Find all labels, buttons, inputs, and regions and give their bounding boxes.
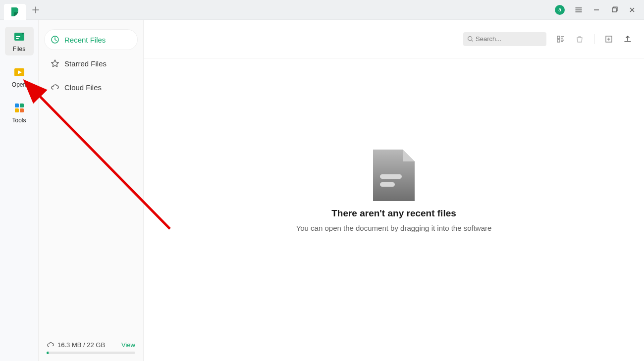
cloud-icon (51, 83, 59, 92)
rail-item-open[interactable]: Open (5, 62, 34, 91)
avatar-letter: a (558, 7, 561, 12)
sidebar-footer: 16.3 MB / 22 GB View (39, 341, 143, 354)
empty-subtitle: You can open the document by dragging it… (296, 224, 492, 232)
primary-rail: Files Open Tools (0, 20, 39, 361)
rail-label: Tools (12, 117, 26, 124)
filter-label: Starred Files (64, 59, 107, 68)
filter-label: Cloud Files (64, 83, 102, 92)
filter-list: Recent Files Starred Files Cloud Files (39, 30, 143, 97)
svg-rect-14 (380, 174, 402, 179)
minimize-button[interactable] (592, 6, 600, 14)
svg-rect-3 (16, 38, 19, 39)
app-logo-icon (9, 6, 21, 18)
tools-icon (12, 101, 26, 115)
empty-document-icon (371, 148, 417, 203)
titlebar-right: a (555, 5, 640, 15)
svg-rect-7 (15, 108, 19, 112)
titlebar-left (4, 0, 40, 20)
title-bar: a (0, 0, 644, 20)
svg-rect-8 (20, 108, 24, 112)
main-area: Files Open Tools (0, 20, 644, 361)
files-icon (12, 30, 26, 44)
storage-text: 16.3 MB / 22 GB (57, 341, 105, 349)
empty-title: There aren't any recent files (331, 208, 456, 219)
rail-item-files[interactable]: Files (5, 27, 34, 55)
close-button[interactable] (628, 6, 636, 14)
storage-bar (47, 352, 135, 354)
user-avatar[interactable]: a (555, 5, 565, 15)
svg-rect-6 (20, 103, 24, 107)
star-icon (51, 59, 59, 68)
rail-label: Open (12, 81, 26, 88)
rail-item-tools[interactable]: Tools (5, 98, 34, 127)
svg-rect-2 (16, 36, 20, 37)
hamburger-menu-icon[interactable] (575, 6, 583, 14)
content-pane: There aren't any recent files You can op… (144, 20, 644, 361)
cloud-icon (47, 341, 54, 349)
rail-label: Files (13, 46, 25, 52)
filter-starred-files[interactable]: Starred Files (45, 53, 137, 73)
new-tab-button[interactable] (32, 6, 40, 14)
maximize-button[interactable] (610, 6, 618, 14)
filter-cloud-files[interactable]: Cloud Files (45, 77, 137, 97)
filter-label: Recent Files (64, 36, 106, 44)
app-tab[interactable] (4, 4, 26, 20)
storage-view-link[interactable]: View (121, 341, 135, 349)
svg-rect-15 (380, 182, 395, 187)
file-filters-sidebar: Recent Files Starred Files Cloud Files (39, 20, 144, 361)
open-icon (12, 65, 26, 79)
storage-row: 16.3 MB / 22 GB View (47, 341, 135, 349)
empty-state: There aren't any recent files You can op… (144, 39, 644, 341)
filter-recent-files[interactable]: Recent Files (45, 30, 137, 50)
svg-rect-0 (612, 8, 616, 12)
svg-rect-5 (15, 103, 19, 107)
clock-icon (51, 35, 59, 44)
svg-rect-11 (557, 36, 560, 39)
